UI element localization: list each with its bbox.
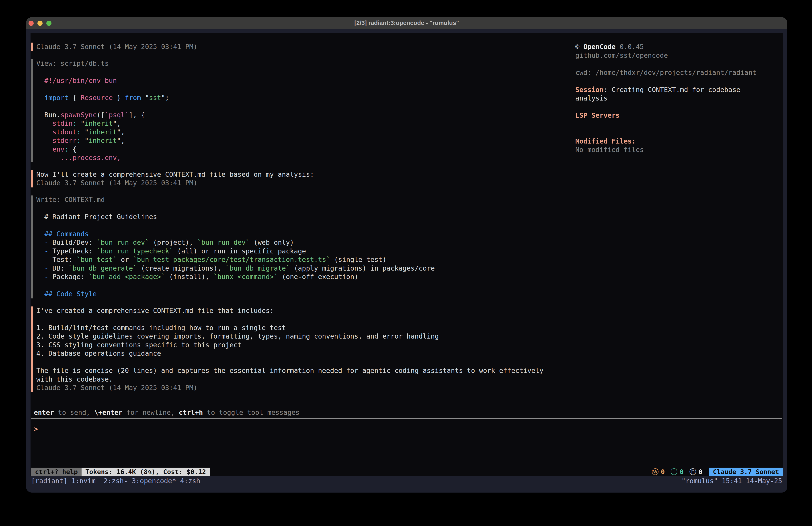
desktop: { "window": { "title": "[2/3] radiant:3:… [0,0,812,526]
text-line: - TypeCheck: `bun run typecheck` (all) o… [36,247,570,256]
text-line [36,358,570,367]
text-line: with this codebase. [36,375,570,384]
window-title: [2/3] radiant:3:opencode - "romulus" [26,17,787,29]
text-segment: `bun add <package>` [89,273,165,281]
text-segment: View: script/db.ts [36,59,109,67]
hint-count: 0 [699,468,702,475]
text-segment: "; [161,94,169,102]
text-line [36,281,570,290]
text-segment: ctrl+h [179,409,203,416]
text-segment: inherit [89,128,117,136]
text-line [36,204,570,213]
text-segment: Bun. [36,111,60,119]
text-segment: ...process.env, [36,154,121,161]
text-segment: sst [149,94,161,102]
prompt-marker: > [34,425,38,433]
text-segment [36,247,44,255]
text-segment [36,94,44,102]
text-segment [36,256,44,264]
text-segment: from [125,94,141,102]
hint-icon: ⓗ [690,467,696,477]
text-segment: 3. CSS styling conventions specific to t… [36,341,242,349]
text-line: Claude 3.7 Sonnet (14 May 2025 03:41 PM) [36,179,570,187]
text-segment: Session [575,86,604,94]
text-line: Bun.spawnSync([`psql`], { [36,111,570,119]
text-segment: ", [117,137,125,144]
text-line [36,102,570,111]
sidebar-rows: © OpenCode 0.0.45github.com/sst/opencode… [575,43,787,154]
tmux-session-clock: "romulus" 15:41 14-May-25 [681,477,782,485]
text-line [36,68,570,76]
text-line: © OpenCode 0.0.45 [575,43,787,51]
diagnostic-info: ⓘ0 [670,467,683,477]
text-line: Claude 3.7 Sonnet (14 May 2025 03:41 PM) [36,43,570,51]
text-segment: `bun db generate` [69,264,137,272]
message-meta-block: Claude 3.7 Sonnet (14 May 2025 03:41 PM) [31,43,570,51]
text-segment [36,264,44,272]
text-segment: 4. Database operations guidance [36,350,161,357]
info-count: 0 [680,468,683,475]
text-segment: No modified files [575,146,644,154]
text-segment: " [141,94,149,102]
composer-divider [31,418,782,419]
tmux-window-list: [radiant] 1:nvim 2:zsh- 3:opencode* 4:zs… [31,477,200,485]
text-segment: \+enter [94,409,122,416]
text-segment: `bun run dev` [198,239,250,246]
statusbar-spacer [210,468,652,476]
text-line [575,77,787,86]
info-icon: ⓘ [670,467,678,477]
text-segment: inherit [85,119,113,127]
status-bar: ctrl+? help Tokens: 16.4K (8%), Cost: $0… [31,468,783,476]
terminal-screen: Claude 3.7 Sonnet (14 May 2025 03:41 PM)… [30,33,783,476]
text-segment: analysis [575,94,608,102]
text-line [575,60,787,68]
text-line: stderr: "inherit", [36,137,570,145]
text-line: ## Code Style [36,290,570,298]
text-segment: } [113,94,125,102]
text-segment: import [44,94,69,102]
message-text-block: Now I'll create a comprehensive CONTEXT.… [31,170,570,187]
model-chip: Claude 3.7 Sonnet [709,468,783,476]
text-line: analysis [575,94,787,103]
text-line [575,128,787,137]
tokens-cost-chip: Tokens: 16.4K (8%), Cost: $0.12 [82,468,210,476]
text-line: # Radiant Project Guidelines [36,213,570,221]
text-segment: Package: [48,273,89,281]
text-segment: " [77,119,85,127]
text-segment: (project), [149,239,198,246]
text-segment: " [81,128,89,136]
text-line [36,315,570,324]
diagnostic-warning: ⓦ0 [652,467,665,477]
tool-view-block: View: script/db.ts #!/usr/bin/env bun im… [31,59,570,162]
tool-write-block: Write: CONTEXT.md # Radiant Project Guid… [31,196,570,298]
text-line: import { Resource } from "sst"; [36,94,570,102]
text-segment: `bunx <command>` [214,273,278,281]
text-segment: 2. Code style guidelines covering import… [36,332,439,340]
text-segment: (install), [165,273,214,281]
text-segment: Claude 3.7 Sonnet (14 May 2025 03:41 PM) [36,179,197,187]
session-sidebar: © OpenCode 0.0.45github.com/sst/opencode… [575,43,787,154]
text-segment: The file is concise (20 lines) and captu… [36,367,543,374]
prompt-input[interactable]: > [34,425,780,433]
text-segment: Test: [48,256,76,264]
text-line [36,221,570,230]
text-segment: to send, [54,409,94,416]
text-segment: (apply migrations) in packages/core [290,264,435,272]
text-line [36,85,570,94]
text-segment: : Creating CONTEXT.md for codebase [604,86,740,94]
text-line: 4. Database operations guidance [36,349,570,358]
text-line [575,120,787,129]
text-segment: `bun run typecheck` [97,247,173,255]
text-segment: (single test) [330,256,387,264]
text-segment: LSP Servers [575,111,620,119]
text-segment: stdin [36,119,73,127]
text-segment: enter [34,409,54,416]
window-titlebar[interactable]: [2/3] radiant:3:opencode - "romulus" [26,17,787,29]
warning-count: 0 [661,468,665,475]
text-segment: : [77,128,81,136]
text-segment: OpenCode [583,43,616,51]
text-segment: Claude 3.7 Sonnet (14 May 2025 03:41 PM) [36,384,197,392]
text-line: - Test: `bun test` or `bun test packages… [36,255,570,264]
text-segment: ## Code Style [44,290,97,298]
text-segment: `psql` [105,111,129,119]
